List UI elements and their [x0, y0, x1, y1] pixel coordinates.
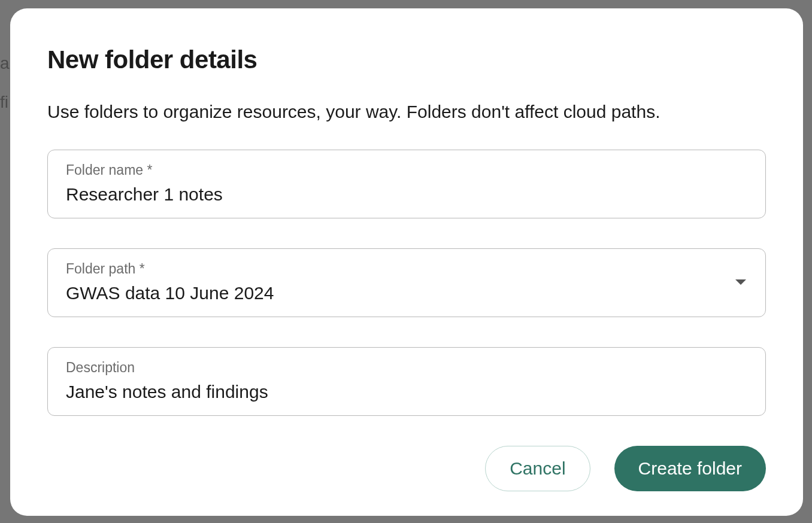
- folder-path-label: Folder path *: [66, 261, 735, 277]
- folder-path-value: GWAS data 10 June 2024: [66, 283, 735, 303]
- folder-path-field[interactable]: Folder path * GWAS data 10 June 2024: [47, 248, 766, 317]
- folder-name-input[interactable]: [66, 184, 747, 205]
- modal-description: Use folders to organize resources, your …: [47, 99, 766, 124]
- description-label: Description: [66, 360, 747, 376]
- folder-name-label: Folder name *: [66, 162, 747, 178]
- new-folder-modal: New folder details Use folders to organi…: [10, 8, 803, 516]
- chevron-down-icon[interactable]: [735, 279, 746, 285]
- folder-name-field[interactable]: Folder name *: [47, 150, 766, 218]
- cancel-button[interactable]: Cancel: [485, 446, 590, 491]
- description-field[interactable]: Description: [47, 347, 766, 416]
- modal-button-row: Cancel Create folder: [47, 446, 766, 491]
- description-input[interactable]: [66, 382, 747, 402]
- modal-title: New folder details: [47, 45, 766, 74]
- create-folder-button[interactable]: Create folder: [614, 446, 766, 491]
